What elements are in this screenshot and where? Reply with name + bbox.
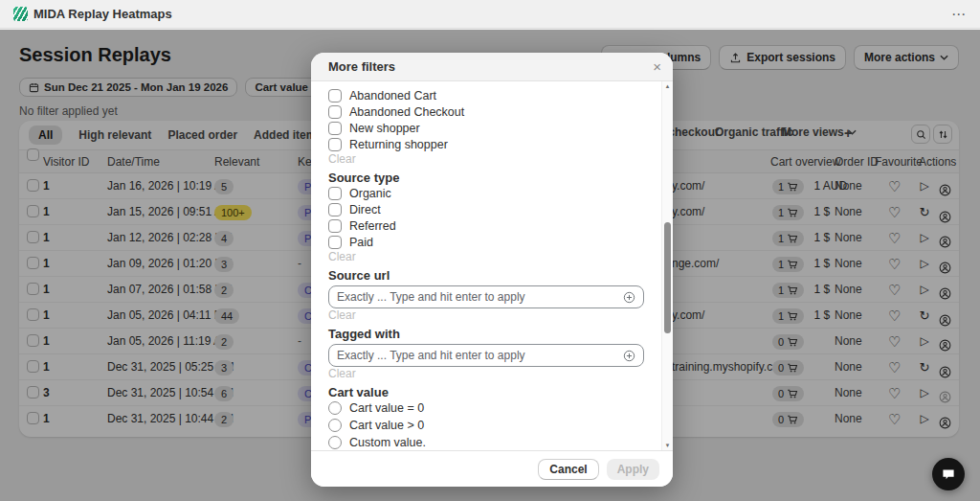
apply-button[interactable]: Apply: [607, 459, 659, 480]
source-type-heading: Source type: [328, 171, 644, 185]
radio-label: Cart value > 0: [349, 419, 424, 432]
radio-option[interactable]: Cart value > 0: [328, 417, 644, 434]
modal-body: Abandoned Cart Abandoned Checkout New sh…: [311, 81, 661, 450]
checkbox-option[interactable]: Organic: [328, 185, 644, 201]
clear-behavior-link[interactable]: Clear: [328, 153, 644, 165]
checkbox-icon[interactable]: [328, 203, 342, 216]
checkbox-label: Organic: [349, 187, 391, 200]
app-logo-icon: [13, 7, 28, 21]
clear-source-type-link[interactable]: Clear: [328, 251, 644, 262]
radio-label: Custom value.: [349, 436, 426, 449]
chat-bubble-icon: [941, 467, 956, 482]
checkbox-option[interactable]: Referred: [328, 217, 644, 234]
add-circle-icon[interactable]: [623, 291, 635, 304]
modal-header: More filters ×: [311, 53, 673, 81]
radio-option[interactable]: Custom value.: [328, 434, 644, 450]
radio-icon[interactable]: [328, 419, 342, 432]
radio-option[interactable]: Cart value = 0: [328, 399, 644, 417]
checkbox-option[interactable]: Returning shopper: [328, 136, 644, 152]
checkbox-label: New shopper: [349, 122, 420, 135]
scrollbar-thumb[interactable]: [664, 222, 671, 333]
cancel-button[interactable]: Cancel: [538, 459, 598, 480]
checkbox-icon[interactable]: [328, 187, 342, 200]
modal-footer: Cancel Apply: [311, 450, 673, 487]
checkbox-icon[interactable]: [328, 105, 342, 119]
checkbox-label: Direct: [349, 203, 381, 216]
checkbox-icon[interactable]: [328, 219, 342, 233]
checkbox-label: Abandoned Checkout: [349, 105, 464, 119]
source-url-heading: Source url: [328, 268, 644, 283]
checkbox-icon[interactable]: [328, 89, 342, 102]
checkbox-label: Paid: [349, 236, 373, 249]
add-circle-icon[interactable]: [623, 350, 635, 362]
scroll-down-icon[interactable]: ▼: [662, 443, 673, 448]
checkbox-icon[interactable]: [328, 236, 342, 249]
source-url-placeholder: Exactly ... Type and hit enter to apply: [337, 290, 525, 304]
overflow-menu-icon[interactable]: ⋯: [951, 6, 967, 23]
checkbox-option[interactable]: Paid: [328, 234, 644, 250]
radio-icon[interactable]: [328, 401, 342, 415]
scroll-up-icon[interactable]: ▲: [662, 83, 673, 89]
app-title: MIDA Replay Heatmaps: [33, 7, 172, 21]
source-type-checkbox-group: Organic Direct Referred Paid: [328, 185, 644, 250]
clear-source-url-link[interactable]: Clear: [328, 309, 644, 321]
clear-tagged-with-link[interactable]: Clear: [328, 368, 644, 379]
tagged-with-input[interactable]: Exactly ... Type and hit enter to apply: [328, 344, 644, 367]
modal-scrollbar[interactable]: ▲ ▼: [661, 81, 673, 450]
tagged-with-placeholder: Exactly ... Type and hit enter to apply: [337, 349, 525, 362]
modal-title: More filters: [328, 53, 395, 81]
checkbox-label: Abandoned Cart: [349, 89, 436, 102]
cart-value-heading: Cart value: [328, 385, 644, 399]
checkbox-option[interactable]: New shopper: [328, 120, 644, 136]
checkbox-icon[interactable]: [328, 138, 342, 151]
shopify-top-bar: MIDA Replay Heatmaps ⋯: [0, 0, 980, 29]
behavior-checkbox-group: Abandoned Cart Abandoned Checkout New sh…: [328, 87, 644, 152]
radio-label: Cart value = 0: [349, 401, 424, 415]
cart-value-radio-group: Cart value = 0 Cart value > 0 Custom val…: [328, 399, 644, 450]
tagged-with-heading: Tagged with: [328, 327, 644, 341]
checkbox-option[interactable]: Direct: [328, 201, 644, 217]
close-icon[interactable]: ×: [653, 53, 661, 81]
source-url-input[interactable]: Exactly ... Type and hit enter to apply: [328, 285, 644, 308]
chat-widget-button[interactable]: [932, 458, 965, 490]
checkbox-label: Returning shopper: [349, 138, 448, 151]
checkbox-label: Referred: [349, 219, 396, 233]
checkbox-option[interactable]: Abandoned Cart: [328, 87, 644, 103]
more-filters-modal: More filters × Abandoned Cart Abandoned …: [311, 53, 673, 487]
checkbox-icon[interactable]: [328, 122, 342, 135]
radio-icon[interactable]: [328, 436, 342, 449]
checkbox-option[interactable]: Abandoned Checkout: [328, 103, 644, 120]
